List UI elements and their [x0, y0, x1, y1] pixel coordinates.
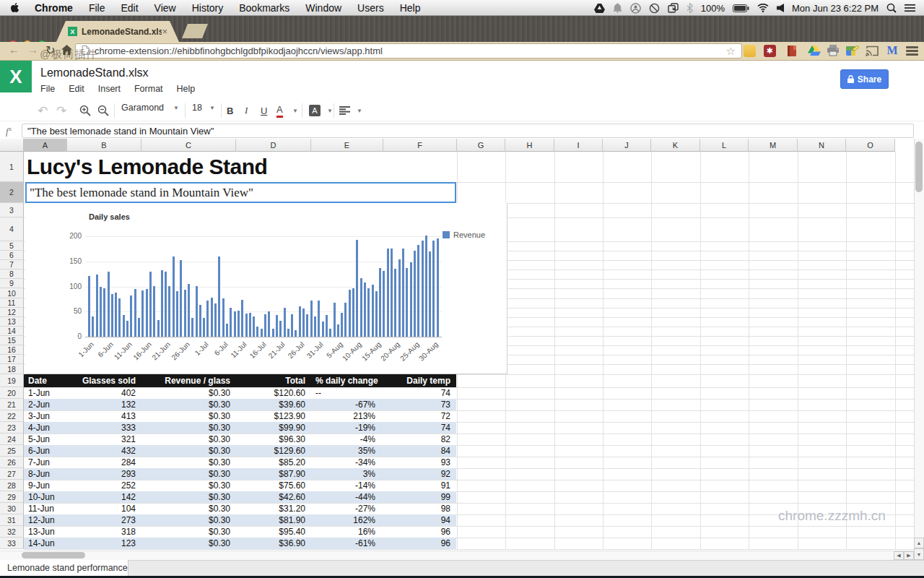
table-cell[interactable]: $0.30: [141, 434, 236, 444]
row-header-10[interactable]: 10: [0, 288, 24, 298]
table-cell[interactable]: 142: [67, 492, 141, 502]
table-cell[interactable]: 10-Jun: [24, 492, 67, 502]
table-cell[interactable]: 91: [383, 480, 456, 491]
table-cell[interactable]: 74: [383, 388, 456, 398]
tab-close-icon[interactable]: ×: [162, 26, 167, 37]
column-header-m[interactable]: M: [749, 139, 798, 152]
redo-icon[interactable]: ↷: [56, 103, 66, 118]
table-cell[interactable]: 93: [383, 457, 456, 467]
sheet-tab[interactable]: Lemonade stand performance: [0, 560, 128, 576]
row-header-27[interactable]: 27: [0, 468, 24, 480]
table-row[interactable]: 13-Jun318$0.30$95.4016%96: [24, 526, 456, 538]
row-header-12[interactable]: 12: [0, 308, 24, 317]
column-header-d[interactable]: D: [236, 139, 311, 152]
fill-color-button[interactable]: A: [309, 103, 321, 118]
italic-button[interactable]: I: [245, 103, 248, 118]
table-cell[interactable]: $87.90: [236, 469, 311, 479]
table-cell[interactable]: 96: [383, 527, 456, 537]
notification-center-icon[interactable]: [905, 4, 915, 12]
table-cell[interactable]: -34%: [311, 457, 383, 467]
fill-color-caret[interactable]: ▼: [324, 103, 333, 118]
apple-icon[interactable]: [10, 2, 19, 13]
table-cell[interactable]: 94: [383, 515, 456, 525]
ext-icon-cast[interactable]: [864, 43, 880, 59]
bookmark-star-icon[interactable]: ☆: [726, 45, 736, 58]
table-cell[interactable]: 333: [67, 423, 141, 433]
browser-menu-icon[interactable]: [904, 43, 920, 59]
menu-window[interactable]: Window: [297, 2, 349, 14]
ext-icon-gmail[interactable]: M: [884, 43, 900, 59]
table-cell[interactable]: 74: [383, 423, 456, 433]
table-row[interactable]: 5-Jun321$0.30$96.30-4%82: [24, 434, 456, 445]
column-header-c[interactable]: C: [141, 139, 236, 152]
table-cell[interactable]: $129.60: [236, 446, 311, 456]
menu-file[interactable]: File: [81, 2, 113, 14]
table-cell[interactable]: 252: [67, 480, 141, 491]
zoom-in-icon[interactable]: [79, 103, 91, 118]
scroll-right-button[interactable]: ▶: [904, 551, 914, 560]
scroll-down-button[interactable]: ▼: [914, 548, 924, 560]
column-header-k[interactable]: K: [651, 139, 700, 152]
row-header-32[interactable]: 32: [0, 526, 24, 538]
table-cell[interactable]: $123.90: [236, 411, 311, 421]
back-button[interactable]: ←: [9, 43, 19, 56]
row-header-15[interactable]: 15: [0, 336, 24, 345]
font-size-select[interactable]: 18▼: [192, 103, 215, 113]
ext-icon-notebook[interactable]: [784, 43, 800, 59]
vertical-scrollbar[interactable]: [914, 139, 924, 560]
row-header-3[interactable]: 3: [0, 203, 24, 217]
daily-sales-chart[interactable]: Daily sales Revenue 2001501005001-Jun6-J…: [25, 203, 507, 374]
table-cell[interactable]: $96.30: [236, 434, 311, 444]
table-cell[interactable]: 2-Jun: [24, 400, 67, 410]
table-cell[interactable]: $36.90: [236, 538, 311, 548]
table-cell[interactable]: $39.60: [236, 400, 311, 410]
table-cell[interactable]: 9-Jun: [24, 480, 67, 491]
row-header-28[interactable]: 28: [0, 480, 24, 491]
wifi-icon[interactable]: [757, 4, 769, 12]
table-cell[interactable]: $0.30: [141, 504, 236, 514]
table-row[interactable]: 3-Jun413$0.30$123.90213%72: [24, 410, 456, 422]
column-header-i[interactable]: I: [554, 139, 603, 152]
row-header-13[interactable]: 13: [0, 317, 24, 327]
app-menu-help[interactable]: Help: [175, 82, 202, 95]
table-cell[interactable]: 6-Jun: [24, 446, 67, 456]
row-header-24[interactable]: 24: [0, 434, 24, 445]
table-cell[interactable]: 293: [67, 469, 141, 479]
app-menu-edit[interactable]: Edit: [67, 82, 91, 95]
table-cell[interactable]: -67%: [311, 400, 383, 410]
table-cell[interactable]: $0.30: [141, 469, 236, 479]
ext-icon-screenshot[interactable]: [845, 43, 860, 59]
row-header-26[interactable]: 26: [0, 457, 24, 468]
user-menu-icon[interactable]: [630, 3, 641, 14]
table-row[interactable]: 1-Jun402$0.30$120.60--74: [24, 387, 456, 399]
scroll-up-button[interactable]: ▲: [914, 538, 924, 548]
ext-icon-hand[interactable]: [741, 43, 757, 59]
bluetooth-icon[interactable]: [687, 3, 693, 13]
table-cell[interactable]: 4-Jun: [24, 423, 67, 433]
table-row[interactable]: 11-Jun104$0.30$31.20-27%98: [24, 503, 456, 514]
address-bar[interactable]: chrome-extension://ehibbfinohgbchlgdbfpi…: [75, 43, 742, 59]
do-not-disturb-icon[interactable]: [649, 3, 660, 14]
table-cell[interactable]: 162%: [311, 515, 383, 525]
table-cell[interactable]: 12-Jun: [24, 515, 67, 525]
table-cell[interactable]: $95.40: [236, 527, 311, 537]
menu-edit[interactable]: Edit: [113, 2, 146, 14]
table-cell[interactable]: $31.20: [236, 504, 311, 514]
row-header-31[interactable]: 31: [0, 514, 24, 526]
table-row[interactable]: 10-Jun142$0.30$42.60-44%99: [24, 491, 456, 503]
table-cell[interactable]: 7-Jun: [24, 457, 67, 467]
row-header-5[interactable]: 5: [0, 241, 24, 251]
column-header-a[interactable]: A: [24, 139, 67, 152]
ext-icon-drive[interactable]: [806, 43, 822, 59]
menu-chrome[interactable]: Chrome: [27, 2, 81, 14]
row-header-23[interactable]: 23: [0, 422, 24, 434]
row-header-25[interactable]: 25: [0, 445, 24, 457]
menu-history[interactable]: History: [184, 2, 232, 14]
table-row[interactable]: 8-Jun293$0.30$87.903%92: [24, 468, 456, 480]
table-cell[interactable]: 73: [383, 400, 456, 410]
horizontal-scrollbar-thumb[interactable]: [22, 552, 85, 558]
table-cell[interactable]: 318: [67, 527, 141, 537]
column-header-j[interactable]: J: [603, 139, 651, 152]
table-cell[interactable]: 273: [67, 515, 141, 525]
text-color-button[interactable]: A: [276, 103, 283, 118]
